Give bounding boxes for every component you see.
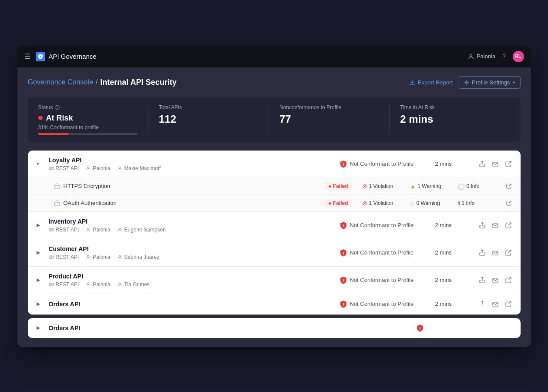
api-row-orders-1: ▶ Orders API ! Not Conformant to Profile… [28,294,521,315]
svg-rect-14 [49,256,54,258]
share-icon[interactable] [479,277,486,284]
api-row-orders-1-header[interactable]: ▶ Orders API ! Not Conformant to Profile… [28,294,521,314]
svg-point-16 [119,255,121,257]
breadcrumb: Governance Console / Internal API Securi… [28,78,177,87]
conformant-text: 31% Conformant to profile [38,124,138,131]
status-badge-orders-2: ! [416,324,512,332]
svg-point-15 [87,255,89,257]
api-owner-customer: Sabrina Juarez [117,254,159,260]
violation-oauth: ⊘ 1 Violation [362,200,410,207]
external-link-icon[interactable] [505,222,512,229]
api-row-loyalty: ▾ Loyalty API REST API Palonia [28,151,521,212]
status-badge-product: ! Not Conformant to Profile [340,276,435,284]
svg-point-11 [119,228,121,230]
nonconformance-label: Nonconformance to Profile [279,104,379,111]
api-table: ▾ Loyalty API REST API Palonia [28,151,521,315]
ext-link-oauth[interactable] [506,200,512,206]
mail-icon[interactable] [492,249,499,256]
api-row-customer-header[interactable]: ▶ Customer API REST API Palonia [28,239,521,266]
help-button[interactable]: ? [502,53,505,60]
breadcrumb-link[interactable]: Governance Console [28,78,93,86]
shield-alert-icon: ! [340,221,347,229]
api-row-loyalty-header[interactable]: ▾ Loyalty API REST API Palonia [28,151,521,178]
info-icon: ◯ [458,183,465,190]
user-info: Palonia [468,53,495,60]
warning-https: ▲ 1 Warning [410,183,458,190]
policy-row-oauth: OAuth Authentication ● Failed ⊘ 1 Violat… [28,194,521,211]
page-title: Internal API Security [100,78,176,87]
mail-icon[interactable] [492,301,499,308]
api-info-customer: Customer API REST API Palonia [49,245,340,260]
header-actions: Export Report Profile Settings ▾ [409,76,521,89]
hamburger-icon[interactable]: ☰ [24,52,30,60]
external-link-icon[interactable] [505,301,512,308]
api-row-orders-2-header[interactable]: ▶ Orders API ! [28,318,521,338]
progress-bar-fill [38,133,69,135]
status-badge-inventory: ! Not Conformant to Profile [340,221,435,229]
total-apis-value: 112 [159,113,258,125]
expand-icon-customer[interactable]: ▶ [37,250,45,255]
mail-icon[interactable] [492,277,499,284]
user-name: Palonia [477,53,495,60]
api-owner-product: Tia Grimes [117,281,149,288]
api-meta-inventory: REST API Palonia Eugene Sampson [49,227,340,233]
expand-icon-product[interactable]: ▶ [37,277,45,283]
org-icon [86,227,91,232]
profile-settings-button[interactable]: Profile Settings ▾ [458,76,520,89]
info-https: ◯ 0 Info [458,183,506,190]
stat-total-apis: Total APIs 112 [148,104,269,135]
svg-text:!: ! [343,224,344,228]
owner-icon [117,255,122,260]
time-product: 2 mins [435,277,479,283]
brand: API Governance [36,52,97,61]
nav-right: Palonia ? RL [468,51,524,62]
share-icon[interactable] [479,249,486,256]
external-link-icon[interactable] [505,161,512,168]
mail-icon[interactable] [492,161,499,168]
status-badge-oauth: ● Failed [325,199,351,207]
expand-icon-inventory[interactable]: ▶ [37,222,45,228]
org-icon [86,255,91,260]
upload-icon[interactable] [479,301,486,308]
status-badge-loyalty: ! Not Conformant to Profile [340,160,435,168]
time-customer: 2 mins [435,249,479,256]
owner-icon [117,166,122,171]
policy-icon-https [54,183,60,189]
expand-icon-orders-2[interactable]: ▶ [37,325,45,331]
app-window: ☰ API Governance Palonia ? R [17,46,531,347]
mail-icon[interactable] [492,222,499,229]
share-icon[interactable] [479,161,486,168]
api-info-inventory: Inventory API REST API Palonia [49,218,340,233]
api-row-inventory-header[interactable]: ▶ Inventory API REST API Palonia [28,212,521,239]
external-link-icon[interactable] [505,249,512,256]
content-area: Governance Console / Internal API Securi… [17,67,531,347]
policy-row-https: HTTPS Encryption ● Failed ⊘ 1 Violation … [28,178,521,194]
violation-icon-oauth: ⊘ [362,200,367,207]
api-type-icon [49,166,54,171]
time-inventory: 2 mins [435,222,479,228]
status-info-icon[interactable]: ⓘ [55,104,60,111]
ext-link-https[interactable] [506,183,512,189]
api-meta-product: REST API Palonia Tia Grimes [49,281,340,288]
export-report-button[interactable]: Export Report [409,79,453,86]
svg-text:!: ! [343,162,344,167]
api-type-inventory: REST API [49,227,79,233]
nav-left: ☰ API Governance [24,52,97,61]
svg-rect-8 [54,202,60,206]
svg-point-0 [470,54,472,57]
api-info-loyalty: Loyalty API REST API Palonia [49,157,340,171]
breadcrumb-separator: / [96,78,97,86]
api-row-product-header[interactable]: ▶ Product API REST API Palonia [28,267,521,294]
svg-text:!: ! [343,251,344,255]
api-org-customer: Palonia [86,254,110,260]
svg-point-20 [87,283,89,285]
expand-icon-loyalty[interactable]: ▾ [37,161,45,167]
stat-status: Status ⓘ At Risk 31% Conformant to profi… [38,104,148,135]
user-icon [468,54,474,60]
shield-alert-icon: ! [340,160,347,168]
expand-icon-orders-1[interactable]: ▶ [37,301,45,307]
api-name-orders-1: Orders API [49,301,340,308]
external-link-icon[interactable] [505,277,512,284]
share-icon[interactable] [479,222,486,229]
warning-oauth: △ 0 Warning [410,200,458,207]
